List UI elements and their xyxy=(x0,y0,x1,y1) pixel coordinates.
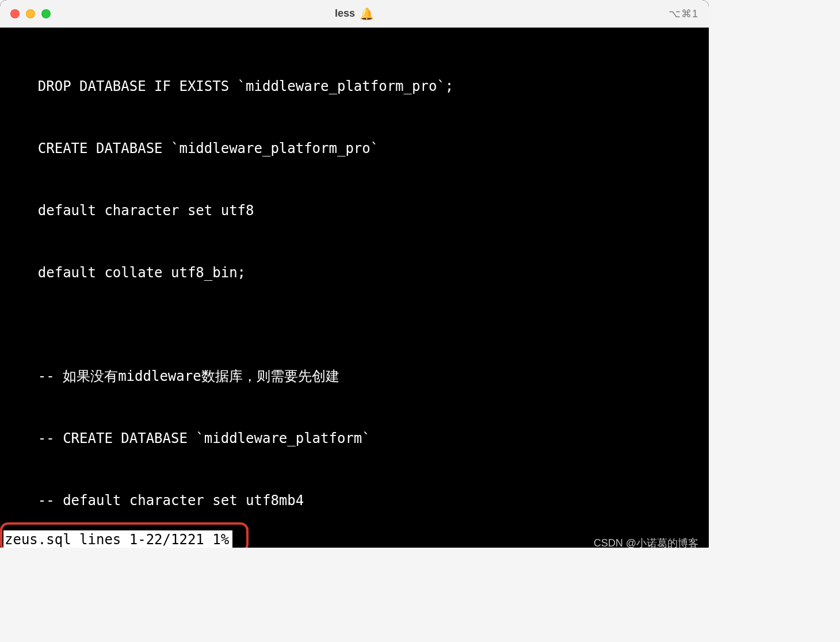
code-line: DROP DATABASE IF EXISTS `middleware_plat… xyxy=(0,76,709,97)
titlebar[interactable]: less 🔔 ⌥⌘1 xyxy=(0,0,709,28)
window-title: less 🔔 xyxy=(335,7,374,21)
code-line: -- CREATE DATABASE `middleware_platform` xyxy=(0,428,709,449)
minimize-icon[interactable] xyxy=(26,9,35,18)
watermark-text: CSDN @小诺葛的博客 xyxy=(594,536,698,548)
title-text: less xyxy=(335,7,355,20)
code-line: -- 如果没有middleware数据库，则需要先创建 xyxy=(0,366,709,387)
traffic-lights xyxy=(10,9,51,18)
shortcut-label: ⌥⌘1 xyxy=(669,7,698,20)
less-status-line: zeus.sql lines 1-22/1221 1% xyxy=(3,530,232,548)
close-icon[interactable] xyxy=(10,9,20,18)
code-line: default collate utf8_bin; xyxy=(0,262,709,283)
terminal-content[interactable]: DROP DATABASE IF EXISTS `middleware_plat… xyxy=(0,28,709,548)
code-line: CREATE DATABASE `middleware_platform_pro… xyxy=(0,138,709,159)
code-line: default character set utf8 xyxy=(0,200,709,221)
zoom-icon[interactable] xyxy=(41,9,51,18)
bell-icon: 🔔 xyxy=(360,7,374,21)
terminal-window: less 🔔 ⌥⌘1 DROP DATABASE IF EXISTS `midd… xyxy=(0,0,709,548)
code-line: -- default character set utf8mb4 xyxy=(0,490,709,511)
